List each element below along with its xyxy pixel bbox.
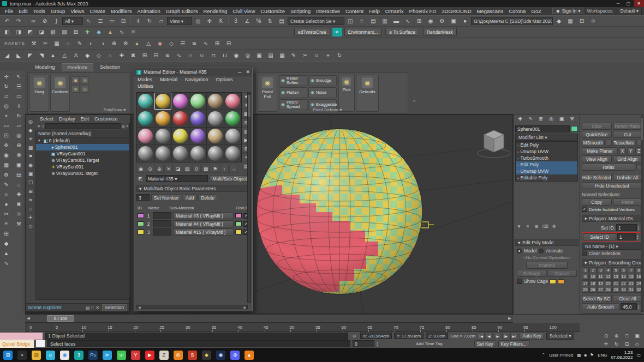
menu-item[interactable]: Modifiers (108, 8, 135, 15)
menu-item[interactable]: Edit (16, 8, 30, 15)
smoothing-group-button[interactable]: 7 (628, 267, 635, 273)
tool-icon[interactable]: ↻ (14, 111, 25, 120)
menu-item[interactable]: Help (366, 8, 383, 15)
reset-plane-button[interactable]: Reset Plane (613, 123, 643, 130)
toolbar-icon[interactable]: ◧ (2, 27, 13, 37)
cage-color-swatch[interactable] (550, 279, 556, 284)
file-explorer-icon[interactable]: ▨ (32, 351, 41, 360)
msmooth-button[interactable]: MSmooth (582, 139, 605, 146)
scene-explorer-menu[interactable]: Customize (92, 116, 120, 122)
toolbar-icon[interactable]: ⌖ (323, 51, 333, 60)
settings-button[interactable]: Settings (517, 270, 546, 277)
toolbar-icon[interactable]: ✎ (288, 51, 299, 60)
play-icon[interactable]: ▶ (494, 333, 501, 339)
tool-icon[interactable]: ⚒ (14, 219, 25, 228)
remove-modifier-icon[interactable]: ⌫ (541, 223, 549, 230)
toolbar-icon[interactable]: ✖ (128, 51, 139, 60)
smoothing-group-button[interactable]: 23 (628, 280, 635, 286)
smoothing-group-button[interactable]: 10 (589, 274, 597, 280)
sign-in-button[interactable]: ☻ Sign In ▾ (552, 8, 584, 14)
freeform-tool-icon[interactable]: ⊙ (81, 85, 89, 93)
toolbar-icon[interactable]: ◇ (166, 39, 177, 48)
display-filter-icon[interactable]: ⊞ (26, 187, 35, 195)
material-swatch[interactable] (224, 128, 241, 144)
toolbar-icon[interactable]: ◆ (82, 51, 93, 60)
tool-icon[interactable]: ☰ (14, 82, 25, 91)
object-name-field[interactable]: Sphere001 (515, 125, 570, 132)
paste-button[interactable]: Paste (613, 198, 643, 206)
smoothing-group-button[interactable]: 1 (582, 267, 589, 273)
tool-icon[interactable]: ✜ (1, 141, 12, 150)
material-type-button[interactable]: Multi/Sub-Object (210, 175, 250, 182)
tool-icon[interactable]: ▲ (1, 249, 12, 258)
select-by-sg-button[interactable]: Select By SG (582, 295, 612, 302)
tool-icon[interactable]: ✖ (14, 200, 25, 209)
ribbon-tab[interactable]: Freeform (62, 63, 94, 71)
curve-editor-icon[interactable]: ∿ (402, 16, 413, 26)
make-unique-icon[interactable]: ⊞ (533, 223, 540, 230)
ribbon-tab[interactable]: Modeling (29, 63, 61, 71)
tool-icon[interactable]: ▦ (1, 160, 12, 170)
submaterial-name-input[interactable] (153, 212, 171, 219)
display-filter-icon[interactable]: ◇ (26, 222, 35, 230)
push-pull-button[interactable]: ◉ Push/ Pull (258, 75, 277, 112)
freeform-tool-icon[interactable]: ◎ (81, 76, 89, 84)
selection-lock-icon[interactable]: ⊙ (350, 333, 358, 340)
smoothing-group-button[interactable]: 20 (605, 280, 612, 286)
tool-icon[interactable]: ⌗ (1, 190, 12, 199)
marmoset-icon[interactable]: ◆ (202, 351, 211, 360)
tool-icon[interactable]: ⊕ (14, 141, 25, 150)
material-editor-menu[interactable]: Utilities (138, 83, 153, 89)
modifier-visibility-icon[interactable]: ▫ (517, 163, 518, 167)
toolbar-icon[interactable]: ⊟ (223, 39, 234, 48)
smoothing-group-button[interactable]: 5 (612, 267, 619, 273)
grid-align-button[interactable]: Grid Align (613, 155, 643, 162)
object-color-swatch[interactable] (571, 126, 578, 132)
angle-snap-icon[interactable]: ∠ (242, 16, 253, 26)
menu-item[interactable]: 3DGROUND (439, 8, 474, 15)
toolbar-icon[interactable]: ✂ (40, 39, 51, 48)
display-filter-icon[interactable]: ◆ (26, 126, 35, 134)
ribbon-toggle-icon[interactable]: ▬ (391, 16, 402, 26)
submaterial-color-chip[interactable] (235, 221, 242, 226)
track-left-arrow[interactable]: ◀ (25, 315, 32, 322)
menu-item[interactable]: Scripting (288, 8, 313, 15)
track-right-arrow[interactable]: ▶ (506, 315, 513, 322)
horizontal-scrollbar[interactable]: ◀ ▶ (136, 305, 248, 309)
scene-explorer-menu[interactable]: Select (38, 116, 56, 122)
freeform-tool-icon[interactable]: ⊕ (71, 85, 80, 93)
tool-icon[interactable]: ◉ (1, 150, 12, 160)
undo-icon[interactable]: ↶ (2, 16, 13, 26)
schematic-view-icon[interactable]: ⊞ (414, 16, 425, 26)
slice-button[interactable]: Slice (582, 123, 612, 130)
smoothing-group-button[interactable]: 25 (582, 287, 589, 293)
submaterial-button[interactable]: Material #15 ( VRayMtl ) (173, 228, 234, 236)
menu-item[interactable]: Rendering (200, 8, 230, 15)
toolbar-icon[interactable]: ↻ (334, 51, 345, 60)
toolbar-icon[interactable]: ⌂ (105, 51, 116, 60)
youtube-icon[interactable]: ▶ (145, 351, 154, 360)
key-mode-dropdown[interactable]: Selected ▾ (546, 333, 575, 340)
tool-icon[interactable]: ⊗ (14, 150, 25, 160)
tray-icon[interactable]: ▦ (577, 353, 581, 358)
smoothing-group-button[interactable]: 30 (620, 287, 627, 293)
drag-button[interactable]: ◉ Drag (29, 75, 49, 112)
toolbar-icon[interactable]: ▨ (59, 27, 70, 37)
go-to-parent-icon[interactable]: ↑ (220, 165, 229, 173)
tool-icon[interactable]: ◎ (1, 101, 12, 111)
toolbar-icon[interactable]: △ (143, 39, 154, 48)
clear-selection-checkbox[interactable] (582, 251, 587, 256)
toolbar-icon[interactable]: ▲ (105, 27, 116, 37)
get-material-icon[interactable]: ◉ (136, 165, 145, 173)
sphere-object[interactable] (248, 123, 434, 308)
smoothing-group-button[interactable]: 2 (589, 267, 597, 273)
msmooth-settings-button[interactable] (606, 140, 612, 146)
select-id-button[interactable]: Select ID (583, 233, 616, 240)
pin-stack-icon[interactable]: ▼ (515, 223, 523, 230)
material-editor-menu[interactable]: Options (216, 77, 233, 82)
show-cage-checkbox[interactable] (517, 279, 522, 284)
explorer-footer-icon[interactable]: ▤ (86, 305, 90, 310)
toolbar-icon[interactable]: ⊞ (212, 39, 223, 48)
material-swatch[interactable] (137, 145, 154, 162)
toolbar-icon[interactable]: ✎ (74, 39, 85, 48)
